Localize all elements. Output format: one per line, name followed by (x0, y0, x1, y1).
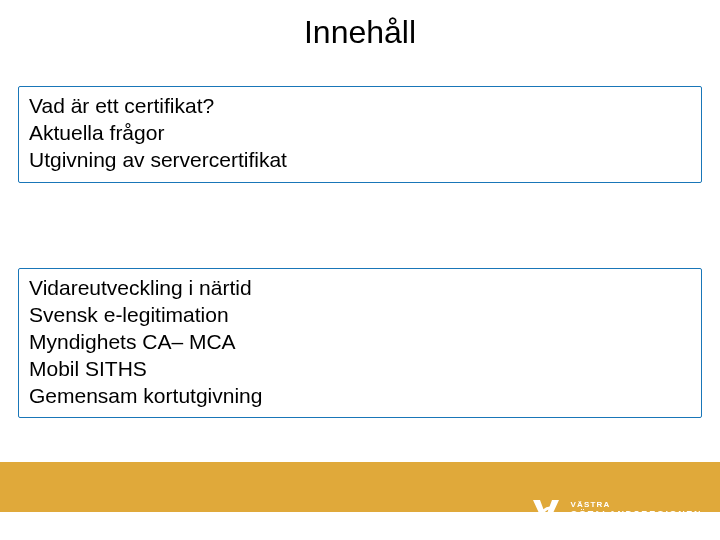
brand-logo-text: VÄSTRA GÖTALANDSREGIONEN (570, 501, 702, 519)
box2-line: Mobil SITHS (29, 356, 691, 383)
box1-line: Utgivning av servercertifikat (29, 147, 691, 174)
slide: Innehåll Vad är ett certifikat? Aktuella… (0, 0, 720, 540)
box2-line: Vidareutveckling i närtid (29, 275, 691, 302)
brand-logo: VÄSTRA GÖTALANDSREGIONEN (530, 490, 702, 530)
box1-line: Aktuella frågor (29, 120, 691, 147)
footer: VÄSTRA GÖTALANDSREGIONEN (0, 462, 720, 540)
content-box-2: Vidareutveckling i närtid Svensk e-legit… (18, 268, 702, 418)
box2-line: Svensk e-legitimation (29, 302, 691, 329)
slide-title: Innehåll (0, 0, 720, 51)
content-box-1: Vad är ett certifikat? Aktuella frågor U… (18, 86, 702, 183)
brand-line2: GÖTALANDSREGIONEN (570, 510, 702, 519)
box2-line: Myndighets CA– MCA (29, 329, 691, 356)
box1-line: Vad är ett certifikat? (29, 93, 691, 120)
brand-line1: VÄSTRA (570, 501, 702, 509)
vgr-logo-icon (530, 494, 562, 526)
box2-line: Gemensam kortutgivning (29, 383, 691, 410)
